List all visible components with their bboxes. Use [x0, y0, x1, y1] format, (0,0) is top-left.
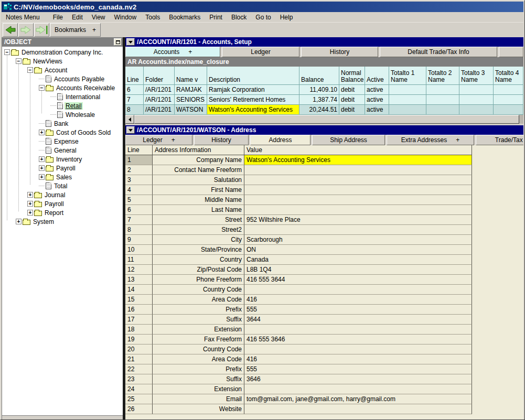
cell-normal-balance[interactable]: debit — [339, 105, 365, 115]
cell-name[interactable]: WATSON — [175, 105, 207, 115]
address-row-website[interactable]: 26Website — [125, 404, 472, 414]
accounts-tab-default-trade-tax-info[interactable]: Default Trade/Tax Info — [380, 47, 497, 57]
accounts-pane-menu-button[interactable] — [126, 38, 135, 46]
expand-toggle-icon[interactable]: + — [39, 165, 45, 171]
cell-value[interactable]: 555 — [244, 305, 472, 315]
cell-totalto-2[interactable] — [426, 95, 459, 105]
cell-totalto-2[interactable] — [426, 105, 459, 115]
cell-balance[interactable]: 11,409.10 — [299, 85, 339, 95]
expand-toggle-icon[interactable]: + — [27, 210, 33, 216]
tree-item-newviews[interactable]: −NewViews — [2, 57, 123, 66]
cell-totalto-4[interactable] — [494, 95, 523, 105]
address-row-extension[interactable]: 24Extension — [125, 384, 472, 394]
tree-item-system[interactable]: +System — [2, 217, 123, 226]
scrollbar-thumb[interactable] — [134, 115, 519, 124]
cell-value[interactable]: Scarborough — [244, 235, 472, 245]
cell-value[interactable] — [244, 195, 472, 205]
cell-totalto-3[interactable] — [459, 95, 494, 105]
tree-horizontal-scrollbar[interactable] — [2, 415, 123, 419]
tree-item-journal[interactable]: +Journal — [2, 190, 123, 199]
menu-item-bookmarks[interactable]: Bookmarks — [168, 13, 201, 21]
address-row-email[interactable]: 25Emailtom@gmail.com, jane@gmail.com, ha… — [125, 394, 472, 404]
bookmarks-button[interactable]: Bookmarks + — [50, 23, 101, 37]
forward-to-end-button[interactable] — [34, 23, 49, 37]
tree-item-account[interactable]: −Account — [2, 66, 123, 74]
cell-totalto-1[interactable] — [389, 105, 426, 115]
expand-toggle-icon[interactable]: + — [39, 174, 45, 180]
cell-value[interactable] — [244, 344, 472, 354]
tree-item-wholesale[interactable]: Wholesale — [2, 110, 123, 119]
accounts-tab-ledger[interactable]: Ledger — [222, 47, 299, 57]
address-row-first-name[interactable]: 4First Name — [125, 185, 472, 195]
address-row-company-name[interactable]: 1Company NameWatson's Accounting Service… — [125, 155, 472, 165]
menu-item-print[interactable]: Print — [208, 13, 223, 21]
tree-item-bank[interactable]: Bank — [2, 119, 123, 128]
cell-value[interactable] — [244, 185, 472, 195]
cell-value[interactable] — [244, 285, 472, 295]
address-row-prefix[interactable]: 22Prefix555 — [125, 364, 472, 374]
cell-value[interactable]: L8B 1Q4 — [244, 265, 472, 275]
tree-item-total[interactable]: Total — [2, 181, 123, 190]
menu-item-edit[interactable]: Edit — [71, 13, 84, 21]
address-tab-history[interactable]: History — [194, 135, 249, 145]
cell-value[interactable] — [244, 325, 472, 335]
tree-item-accounts-receivable[interactable]: −Accounts Receivable — [2, 83, 123, 92]
address-row-country-code[interactable]: 14Country Code — [125, 285, 472, 295]
cell-normal-balance[interactable]: debit — [339, 85, 365, 95]
address-row-suffix[interactable]: 23Suffix3646 — [125, 374, 472, 384]
forward-button[interactable] — [18, 23, 34, 37]
cell-totalto-3[interactable] — [459, 85, 494, 95]
address-row-contact-name-freeform[interactable]: 2Contact Name Freeform — [125, 165, 472, 175]
tree-item-retail[interactable]: Retail — [2, 101, 123, 110]
expand-toggle-icon[interactable]: + — [27, 192, 33, 198]
cell-value[interactable] — [244, 175, 472, 185]
address-row-area-code[interactable]: 15Area Code416 — [125, 295, 472, 305]
expand-toggle-icon[interactable]: + — [39, 156, 45, 162]
cell-description[interactable]: Watson's Accounting Services — [207, 105, 299, 115]
address-row-city[interactable]: 9CityScarborough — [125, 235, 472, 245]
cell-totalto-4[interactable] — [494, 85, 523, 95]
menu-item-view[interactable]: View — [91, 13, 106, 21]
address-tab-trade-tax-info[interactable]: Trade/Tax Info — [476, 135, 523, 145]
cell-value[interactable]: 3646 — [244, 374, 472, 384]
cell-folder[interactable]: /AR/1201 — [144, 95, 175, 105]
cell-value[interactable]: Canada — [244, 255, 472, 265]
address-row-street2[interactable]: 8Street2 — [125, 225, 472, 235]
collapse-toggle-icon[interactable]: − — [27, 67, 33, 73]
cell-balance[interactable]: 20,244.51 — [299, 105, 339, 115]
address-row-zip-postal-code[interactable]: 12Zip/Postal CodeL8B 1Q4 — [125, 265, 472, 275]
cell-description[interactable]: Seniors' Retirement Homes — [207, 95, 299, 105]
menu-item-tools[interactable]: Tools — [144, 13, 161, 21]
menu-item-window[interactable]: Window — [113, 13, 138, 21]
accounts-tab-blank[interactable] — [499, 47, 523, 57]
tree-item-expense[interactable]: Expense — [2, 137, 123, 146]
cell-totalto-1[interactable] — [389, 85, 426, 95]
scroll-left-button[interactable] — [125, 115, 134, 124]
accounts-tab-history[interactable]: History — [301, 47, 378, 57]
cell-value[interactable]: 416 555 3646 — [244, 335, 472, 344]
tree-item-inventory[interactable]: +Inventory — [2, 155, 123, 164]
menu-item-notes-menu[interactable]: Notes Menu — [5, 13, 41, 21]
cell-value[interactable]: 416 — [244, 354, 472, 364]
cell-totalto-4[interactable] — [494, 105, 523, 115]
back-button[interactable] — [3, 23, 18, 37]
cell-active[interactable]: active — [365, 85, 389, 95]
tree-item-international[interactable]: International — [2, 92, 123, 101]
address-tab-address[interactable]: Address — [250, 135, 310, 145]
cell-value[interactable]: 416 — [244, 295, 472, 305]
tree-item-general[interactable]: General — [2, 146, 123, 155]
cell-totalto-1[interactable] — [389, 95, 426, 105]
address-row-state-province[interactable]: 10State/ProvinceON — [125, 245, 472, 255]
cell-totalto-3[interactable] — [459, 105, 494, 115]
cell-totalto-2[interactable] — [426, 85, 459, 95]
address-tab-ledger[interactable]: Ledger+ — [125, 135, 192, 145]
expand-toggle-icon[interactable]: + — [39, 130, 45, 135]
address-tab-extra-addresses[interactable]: Extra Addresses+ — [387, 135, 474, 145]
menu-item-block[interactable]: Block — [230, 13, 248, 21]
cell-value[interactable] — [244, 225, 472, 235]
expand-toggle-icon[interactable]: + — [27, 201, 33, 207]
cell-name[interactable]: RAMJAK — [175, 85, 207, 95]
cell-folder[interactable]: /AR/1201 — [144, 105, 175, 115]
tree-item-payroll[interactable]: +Payroll — [2, 164, 123, 173]
address-row-country[interactable]: 11CountryCanada — [125, 255, 472, 265]
